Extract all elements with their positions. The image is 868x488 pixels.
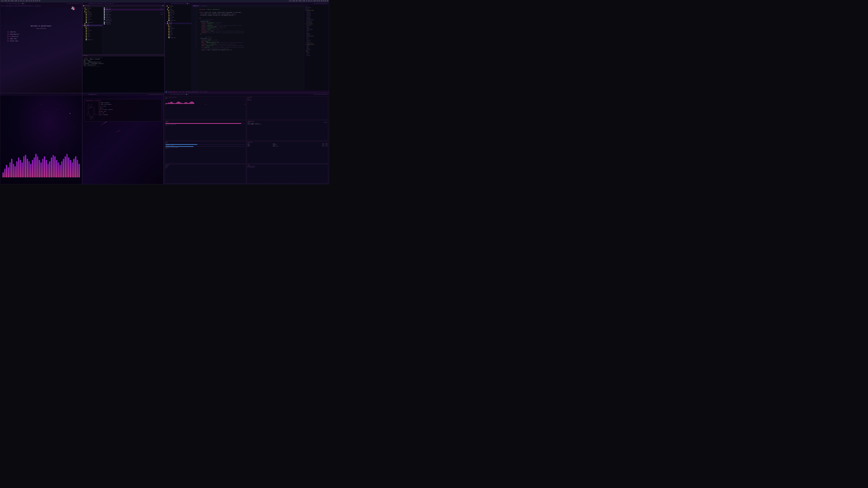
tree-system[interactable]: 📁 system [83,23,103,25]
cpu-spark-bar [170,102,170,104]
viz-bar [30,164,31,177]
sidebar-worklab[interactable]: 📁 worklab [165,16,192,18]
viz-bar [42,159,43,177]
cpu-spark-bar [189,103,190,104]
viz-bar [16,161,18,177]
neofetch-bg: emmet@snowfire:~ $ distfetch \\ // \\ //… [83,96,163,184]
sidebar-profiles[interactable]: ▼ 📁 profiles [165,10,192,11]
file-flakenix2[interactable]: 📄 flake.nix [103,15,164,17]
sidebar-lang[interactable]: 📁 lang [165,29,192,31]
sidebar-themes[interactable]: 📁 themes [165,23,192,24]
tab-flakenix[interactable]: flake.nix ✕ [192,5,200,7]
qb-quickmarks-item[interactable]: [b] [Quickmarks] [7,33,19,35]
tree-themes[interactable]: 📁 themes [83,25,103,26]
disk-bar2 [165,146,245,147]
viz-gradient-overlay [0,177,82,184]
file-flakelock[interactable]: 📄 Flake.lock 27.5 K [103,7,164,9]
viz-bar [23,156,25,177]
tree-wm[interactable]: 📁 wm [83,37,103,39]
viz-bar [8,167,9,177]
sidebar-wm[interactable]: 📁 wm [165,35,192,37]
file-hardensh[interactable]: 📄 harden.sh [103,17,164,18]
sysmon-window: Tech 100% 20% ♦400s 100% ⚡2S 🔊10S Sat 20… [164,93,329,184]
file-desktoppng[interactable]: 🖼 desktop.png [103,20,164,22]
file-installorg[interactable]: 📄 install.org — [103,10,164,12]
terminal-title: Terminal [83,55,88,56]
tree-app[interactable]: 📁 app [83,28,103,29]
tree-git[interactable]: ▶ 📁 .git [83,9,103,10]
temp-junction: card0 (amdgpu): junction 58°C [248,124,327,125]
terminal-body[interactable]: root@root 7.20K 2024-03-09 06:16:34 user… [83,57,164,93]
file-installsh[interactable]: 📄 install.org [103,18,164,20]
sidebar-readme2[interactable]: 📄 README.org [165,37,192,38]
sidebar-dotfiles[interactable]: ▼ 📁 .dotfiles [165,5,192,7]
tree-lang[interactable]: 📁 lang [83,31,103,33]
cpu-spark-bar [193,102,193,104]
tab-readme[interactable]: README.md [200,5,209,7]
tree-style[interactable]: 📁 style [83,36,103,37]
music-visualizer [2,150,80,177]
file-install2[interactable]: 📄 install.sh [103,23,164,25]
tree-profiles[interactable]: ▼ 📁 profiles [83,12,103,13]
tree-readme-profiles[interactable]: 📄 README.org [83,22,103,23]
viz-bar [73,159,74,177]
sidebar-user[interactable]: ▼ 📁 user [165,24,192,26]
cpu-spark-bar [182,103,182,104]
sidebar-pkgs[interactable]: 📁 pkgs [165,31,192,32]
tree-dotfiles[interactable]: ▼ 📁 .dotfiles [83,7,103,9]
qb-closetab-item[interactable]: [x] [Close tab] [7,40,19,42]
viz-bar [46,160,47,177]
viz-bar [75,156,76,177]
cpu-spark-bar [191,102,191,104]
sidebar-personal[interactable]: 📁 personal [165,13,192,15]
cpu-time-labels: 0Gs0%0% [165,104,245,105]
mem-bar-fill [165,123,241,124]
fm-search-icon[interactable]: 🔍 [162,5,164,6]
tree-shell[interactable]: 📁 shell [83,34,103,36]
code-content[interactable]: description = "Flake of LibrePhoenix"; o… [197,7,304,91]
file-readmemd[interactable]: 📄 README.md [103,22,164,23]
cpu-spark-bar [177,102,178,104]
file-readmeorg[interactable]: 📄 README.org 4.09 K [103,13,164,15]
sidebar-shell[interactable]: 📁 shell [165,32,192,34]
qb-newtab-item[interactable]: [t] [New tab] [7,38,19,40]
tree-readme-user[interactable]: 📄 README.org [83,39,103,40]
sidebar-work[interactable]: 📁 work [165,15,192,16]
tree-user[interactable]: ▼ 📁 user [83,26,103,28]
file-flakenix[interactable]: 📄 flake.nix 2.26 K [103,9,164,10]
tree-hardware[interactable]: 📁 hardware [83,29,103,31]
qb-history-item[interactable]: [S h] [History] [7,35,19,38]
sidebar-patches[interactable]: 📁 patches [165,8,192,10]
sidebar-wsl[interactable]: 📁 wsl [165,18,192,20]
sidebar-app[interactable]: 📁 app [165,26,192,27]
sidebar-hardware[interactable]: 📁 hardware [165,27,192,29]
cpu-info-title: CPU like [248,97,327,98]
qb-search-item[interactable]: [o] [Search] [7,31,19,33]
sidebar-homelab[interactable]: 📁 home.lab [165,11,192,13]
tree-personal[interactable]: 📁 personal [83,15,103,17]
viz-bar [66,154,68,177]
viz-bar [4,169,6,177]
tab-close[interactable]: ✕ [199,5,199,6]
viz-bar [48,164,49,177]
outline-pkgs-patches[interactable]: patches [304,55,329,56]
cpu-spark-bar [171,102,172,104]
tree-homelab[interactable]: 📁 home.lab [83,13,103,15]
viz-bar [11,159,12,177]
sidebar-readme[interactable]: 📄 README.org [165,20,192,21]
sidebar-git[interactable]: ▶ 📁 .git [165,7,192,8]
tree-patches[interactable]: 📁 patches [83,10,103,12]
cpu-spark-bar [190,102,191,104]
cpu-panel: CPU — 1.53 1.14 0.78 100% 0Gs0%0% [164,96,246,120]
viz-bar [25,155,26,177]
sidebar-style[interactable]: 📁 style [165,34,192,35]
neo-shell: SHELL: zsh [98,112,113,114]
file-license[interactable]: 📄 LICENSE 34.2 K [103,12,164,13]
tree-pkgs[interactable]: 📁 pkgs [83,33,103,34]
tree-wsl[interactable]: 📁 wsl [83,20,103,22]
tree-work[interactable]: 📁 work [83,17,103,18]
mem-bar-track [165,123,245,124]
neo-packages: PACKAGES: 3577 [98,111,113,112]
tree-worklab[interactable]: 📁 worklab [83,18,103,20]
sidebar-system[interactable]: 📁 system [165,21,192,23]
